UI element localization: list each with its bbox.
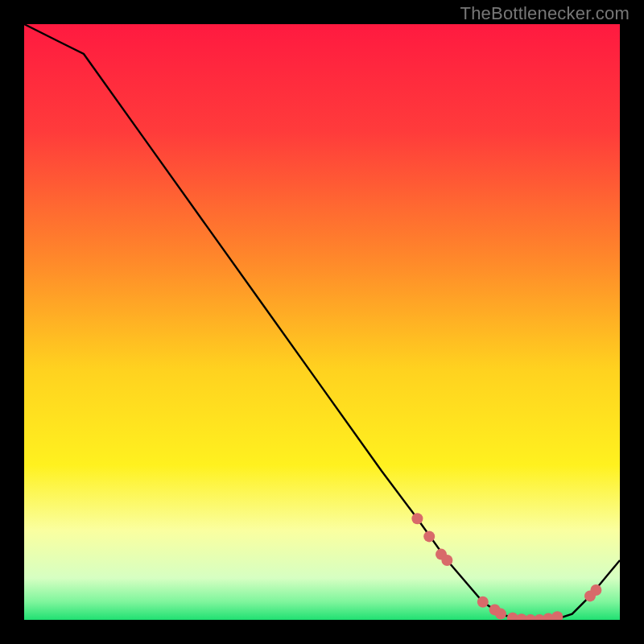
data-marker: [495, 609, 506, 620]
data-marker: [423, 530, 435, 542]
chart-svg: [24, 24, 620, 620]
attribution-label: TheBottlenecker.com: [460, 3, 630, 24]
chart-frame: TheBottlenecker.com: [0, 0, 644, 644]
plot-area: [24, 24, 620, 620]
gradient-background: [24, 24, 620, 620]
data-marker: [590, 584, 601, 596]
data-marker: [477, 597, 489, 608]
data-marker: [441, 555, 452, 566]
data-marker: [411, 513, 423, 524]
